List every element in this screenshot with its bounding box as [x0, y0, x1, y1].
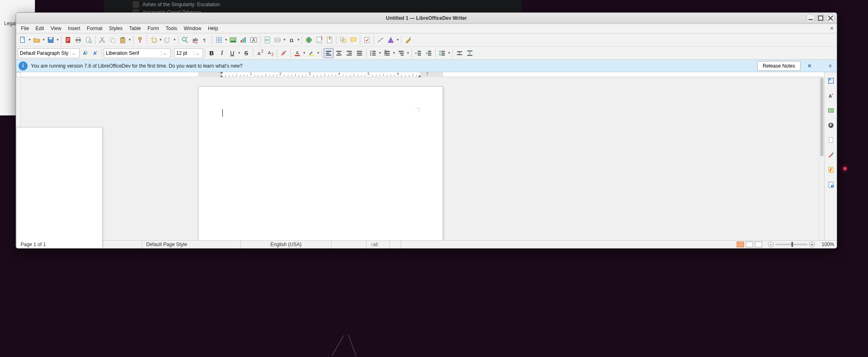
paste-icon[interactable]: [118, 35, 128, 45]
menu-file[interactable]: File: [18, 24, 32, 33]
title-bar[interactable]: Untitled 1 — LibreOfficeDev Writer: [16, 13, 837, 24]
status-language[interactable]: English (USA): [241, 241, 331, 248]
align-center-icon[interactable]: [334, 48, 344, 58]
underline-dropdown-icon[interactable]: ▼: [238, 51, 241, 55]
zoom-in-icon[interactable]: +: [809, 242, 815, 247]
vertical-scrollbar[interactable]: [819, 77, 824, 240]
superscript-icon[interactable]: A2: [255, 48, 265, 58]
font-size-combo[interactable]: 12 pt ⌵: [174, 48, 203, 58]
insert-cross-reference-icon[interactable]: [338, 35, 348, 45]
menu-form[interactable]: Form: [144, 24, 162, 33]
font-color-icon[interactable]: A: [292, 48, 302, 58]
insert-field-icon[interactable]: [273, 35, 282, 45]
sidebar-accessibility-check-icon[interactable]: i: [826, 180, 835, 189]
book-view-icon[interactable]: [755, 242, 762, 247]
spellcheck-icon[interactable]: ab: [190, 35, 200, 45]
sidebar-gallery-icon[interactable]: [826, 106, 835, 115]
insert-special-char-icon[interactable]: Ω: [287, 35, 296, 45]
maximize-button[interactable]: [816, 14, 825, 23]
status-page-style[interactable]: Default Page Style: [142, 241, 241, 248]
status-insert-mode[interactable]: [331, 241, 366, 248]
align-justify-icon[interactable]: [355, 48, 364, 58]
infobar-close-icon[interactable]: ✕: [805, 62, 814, 70]
menu-window[interactable]: Window: [180, 24, 205, 33]
font-name-combo[interactable]: Liberation Serif ⌵: [104, 48, 170, 58]
release-notes-button[interactable]: Release Notes: [757, 61, 800, 71]
undo-icon[interactable]: [149, 35, 159, 45]
copy-icon[interactable]: [107, 35, 117, 45]
update-style-icon[interactable]: A: [80, 48, 90, 58]
zoom-value[interactable]: 100%: [821, 242, 834, 247]
zoom-out-icon[interactable]: −: [768, 242, 774, 247]
insert-footnote-icon[interactable]: 1: [314, 35, 324, 45]
decrease-indent-icon[interactable]: [424, 48, 434, 58]
menu-tools[interactable]: Tools: [162, 24, 180, 33]
insert-textbox-icon[interactable]: A: [249, 35, 259, 45]
zoom-slider[interactable]: [775, 244, 807, 245]
menu-help[interactable]: Help: [205, 24, 222, 33]
formatting-marks-icon[interactable]: ¶: [201, 35, 210, 45]
close-document-icon[interactable]: ✕: [828, 25, 835, 32]
sidebar-navigator-icon[interactable]: [826, 121, 835, 130]
save-dropdown-icon[interactable]: ▼: [56, 38, 59, 42]
insert-bookmark-icon[interactable]: [324, 35, 334, 45]
close-button[interactable]: [826, 14, 835, 23]
document-scroll[interactable]: [21, 77, 824, 240]
italic-icon[interactable]: I: [217, 48, 227, 58]
insert-chart-icon[interactable]: [238, 35, 248, 45]
menu-styles[interactable]: Styles: [106, 24, 126, 33]
bullet-list-icon[interactable]: [368, 48, 378, 58]
increase-indent-icon[interactable]: [413, 48, 423, 58]
page[interactable]: [198, 86, 443, 240]
new-doc-dropdown-icon[interactable]: ▼: [28, 38, 31, 42]
align-right-icon[interactable]: [344, 48, 354, 58]
numbered-list-icon[interactable]: 123: [382, 48, 392, 58]
subscript-icon[interactable]: A2: [265, 48, 275, 58]
basic-shapes-icon[interactable]: [386, 35, 396, 45]
highlight-color-dropdown-icon[interactable]: ▼: [317, 51, 320, 55]
new-doc-icon[interactable]: [18, 35, 28, 45]
insert-table-dropdown-icon[interactable]: ▼: [224, 38, 228, 42]
redo-icon[interactable]: [163, 35, 173, 45]
minimize-button[interactable]: [806, 14, 815, 23]
clear-formatting-icon[interactable]: A: [279, 48, 289, 58]
menu-insert[interactable]: Insert: [65, 24, 84, 33]
status-page[interactable]: Page 1 of 1: [16, 127, 103, 249]
menu-format[interactable]: Format: [84, 24, 106, 33]
open-dropdown-icon[interactable]: ▼: [42, 38, 45, 42]
chevron-down-icon[interactable]: ⌵: [161, 50, 168, 56]
bullet-list-dropdown-icon[interactable]: ▼: [378, 51, 382, 55]
export-pdf-icon[interactable]: P: [63, 35, 73, 45]
insert-table-icon[interactable]: [214, 35, 224, 45]
basic-shapes-dropdown-icon[interactable]: ▼: [396, 38, 399, 42]
paste-dropdown-icon[interactable]: ▼: [128, 38, 131, 42]
save-icon[interactable]: [46, 35, 56, 45]
insert-page-break-icon[interactable]: [262, 35, 272, 45]
insert-line-icon[interactable]: [376, 35, 385, 45]
insert-comment-icon[interactable]: [348, 35, 358, 45]
undo-dropdown-icon[interactable]: ▼: [159, 38, 162, 42]
find-replace-icon[interactable]: [180, 35, 190, 45]
paragraph-style-combo[interactable]: Default Paragraph Sty ⌵: [18, 48, 79, 58]
chevron-down-icon[interactable]: ⌵: [70, 50, 77, 56]
decrease-para-spacing-icon[interactable]: [465, 48, 475, 58]
highlight-color-icon[interactable]: [306, 48, 316, 58]
sidebar-manage-changes-icon[interactable]: [826, 165, 835, 174]
menu-view[interactable]: View: [47, 24, 65, 33]
menu-edit[interactable]: Edit: [32, 24, 47, 33]
new-style-icon[interactable]: A: [90, 48, 100, 58]
line-spacing-icon[interactable]: [437, 48, 447, 58]
increase-para-spacing-icon[interactable]: [455, 48, 464, 58]
chevron-down-icon[interactable]: ⌵: [194, 50, 201, 56]
sidebar-style-inspector-icon[interactable]: [826, 150, 835, 160]
print-icon[interactable]: [73, 35, 83, 45]
sidebar-properties-icon[interactable]: [826, 76, 835, 85]
single-page-view-icon[interactable]: [737, 242, 744, 247]
cut-icon[interactable]: [97, 35, 107, 45]
align-left-icon[interactable]: [324, 48, 334, 58]
sidebar-styles-icon[interactable]: A: [826, 91, 835, 100]
numbered-list-dropdown-icon[interactable]: ▼: [392, 51, 396, 55]
line-spacing-dropdown-icon[interactable]: ▼: [448, 51, 451, 55]
insert-field-dropdown-icon[interactable]: ▼: [283, 38, 286, 42]
font-color-dropdown-icon[interactable]: ▼: [303, 51, 306, 55]
